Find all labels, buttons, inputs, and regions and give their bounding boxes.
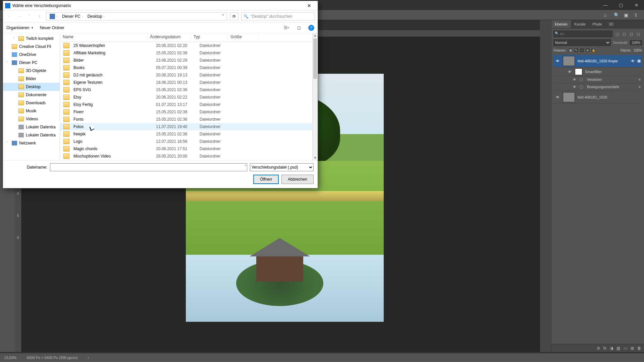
layer-row[interactable]: 👁feld-406181_1920	[553, 91, 642, 104]
panel-footer-icon[interactable]: 🗑	[637, 346, 641, 351]
tree-node[interactable]: Dokumente	[3, 91, 60, 99]
layer-thumb[interactable]	[563, 92, 575, 102]
layer-row[interactable]: 👁Smartfilter	[553, 67, 642, 76]
refresh-icon[interactable]: ⟳	[230, 12, 238, 20]
layer-filter-icon[interactable]: ▢	[629, 31, 634, 37]
expand-icon[interactable]: ˅	[6, 141, 10, 145]
nav-recent-icon[interactable]: ˅	[26, 13, 33, 20]
cancel-button[interactable]: Abbrechen	[281, 175, 314, 184]
search-box[interactable]: 🔍 "Desktop" durchsuchen	[241, 12, 315, 20]
layer-thumb[interactable]	[563, 56, 575, 66]
tree-node[interactable]: Creative Cloud Fil	[3, 43, 60, 51]
col-date[interactable]: Änderungsdatum	[147, 33, 191, 42]
tree-node[interactable]: ˅Dieser PC	[3, 59, 60, 67]
panel-footer-icon[interactable]: ▥	[616, 346, 620, 351]
blend-mode-select[interactable]: Normal	[553, 39, 611, 46]
link-icon[interactable]: 👁	[631, 59, 635, 63]
file-row[interactable]: EPS SVG15.05.2021 02:36Dateiordner	[60, 86, 318, 94]
visibility-icon[interactable]: 👁	[572, 78, 577, 81]
filename-input-wrap[interactable]: ˅	[50, 163, 247, 171]
maximize-icon[interactable]: ▢	[613, 0, 629, 10]
scroll-up-icon[interactable]: ▲	[313, 33, 318, 38]
nav-up-icon[interactable]: ↑	[36, 13, 43, 20]
status-chevron-icon[interactable]: ›	[88, 356, 89, 360]
visibility-icon[interactable]: 👁	[572, 85, 577, 89]
lock-icon[interactable]: ▦	[637, 59, 641, 63]
file-row[interactable]: Affiliate Marketing15.05.2021 02:36Datei…	[60, 49, 318, 57]
layer-row[interactable]: 👁Bewegungsunschärfe≡	[553, 83, 642, 91]
layer-name[interactable]: feld-406181_1920 Kopie	[578, 59, 628, 63]
address-bar[interactable]: › Dieser PC› Desktop› ˅	[46, 12, 227, 20]
layer-row[interactable]: 👁feld-406181_1920 Kopie👁▦	[553, 55, 642, 67]
zoom-level[interactable]: 13,03%	[4, 356, 16, 360]
tree-node[interactable]: Videos	[3, 115, 60, 123]
filename-input[interactable]	[52, 164, 246, 171]
lock-icon[interactable]: ↔	[580, 48, 584, 53]
tree-node[interactable]: 3D-Objekte	[3, 67, 60, 75]
folder-tree[interactable]: ˄Twitch komplettCreative Cloud FilOneDri…	[3, 33, 60, 160]
tree-node[interactable]: Desktop	[3, 83, 60, 91]
visibility-icon[interactable]: 👁	[555, 95, 560, 99]
filter-name[interactable]: Bewegungsunschärfe	[587, 85, 619, 89]
panel-footer-icon[interactable]: fx	[603, 346, 606, 351]
address-dropdown-icon[interactable]: ˅	[222, 14, 225, 19]
col-size[interactable]: Größe	[228, 33, 258, 42]
panel-tab[interactable]: 3D	[605, 20, 617, 28]
tree-node[interactable]: Lokaler Datentra	[3, 131, 60, 139]
tree-node[interactable]: Lokaler Datentra	[3, 123, 60, 131]
file-row[interactable]: Mischoptionen Video29.05.2021 20:00Datei…	[60, 153, 318, 160]
organize-menu[interactable]: Organisieren▼	[6, 25, 34, 30]
help-icon[interactable]: ?	[308, 25, 314, 31]
home-icon[interactable]: ⌂	[604, 12, 609, 18]
scrollbar[interactable]: ▲ ▼	[312, 33, 318, 160]
visibility-icon[interactable]: 👁	[567, 70, 572, 74]
new-folder-button[interactable]: Neuer Ordner	[40, 25, 64, 30]
smart-filters-label[interactable]: Smartfilter	[585, 70, 641, 74]
visibility-icon[interactable]: 👁	[555, 59, 560, 63]
filter-blend-icon[interactable]: ≡	[639, 85, 641, 89]
share-icon[interactable]: ⇪	[634, 12, 639, 18]
tree-node[interactable]: ˄Twitch komplett	[3, 35, 60, 43]
scroll-down-icon[interactable]: ▼	[313, 156, 318, 160]
file-row[interactable]: Eigene Texturen18.06.2021 00:13Dateiordn…	[60, 79, 318, 86]
lock-icon[interactable]: 🔒	[591, 48, 596, 53]
tree-node[interactable]: ˅Netzwerk	[3, 139, 60, 147]
filename-dropdown-icon[interactable]: ˅	[245, 165, 246, 168]
file-row[interactable]: Logo12.07.2021 16:56Dateiordner	[60, 138, 318, 145]
col-name[interactable]: Name	[60, 33, 147, 42]
expand-icon[interactable]: ˅	[6, 61, 10, 64]
view-options-icon[interactable]: ☰▾	[283, 24, 289, 31]
lock-icon[interactable]: ⊕	[585, 48, 590, 53]
filter-blend-icon[interactable]: ≡	[639, 78, 641, 81]
filter-name[interactable]: Versetzen	[587, 78, 602, 81]
collapsed-panel-strip[interactable]	[540, 20, 551, 352]
close-icon[interactable]: ✕	[629, 0, 644, 10]
layer-filter-icon[interactable]: ▢	[636, 31, 641, 37]
opacity-value[interactable]: 100%	[630, 40, 642, 45]
file-row[interactable]: Magic chords20.06.2021 17:51Dateiordner	[60, 145, 318, 153]
file-row[interactable]: DJ mit geräusch20.06.2021 19:13Dateiordn…	[60, 71, 318, 79]
dialog-titlebar[interactable]: Wähle eine Verschiebungsmatrix ✕	[3, 1, 318, 10]
filter-mask-thumb[interactable]	[575, 68, 582, 75]
dialog-close-icon[interactable]: ✕	[303, 2, 316, 10]
tree-node[interactable]: Bilder	[3, 75, 60, 83]
file-row[interactable]: Books05.07.2021 00:39Dateiordner	[60, 64, 318, 71]
lock-icon[interactable]: ✎	[574, 48, 579, 53]
file-row[interactable]: Fiverr15.05.2021 02:36Dateiordner	[60, 108, 318, 116]
open-button[interactable]: Öffnen	[253, 175, 279, 184]
layer-filter-icon[interactable]: ▢	[622, 31, 627, 37]
preview-pane-icon[interactable]: ◫	[296, 24, 302, 31]
nav-forward-icon[interactable]: →	[16, 13, 23, 20]
tree-node[interactable]: Musik	[3, 107, 60, 115]
layer-filter-icon[interactable]: ▢	[643, 31, 644, 37]
nav-back-icon[interactable]: ←	[6, 13, 13, 20]
scroll-thumb[interactable]	[313, 39, 317, 79]
fill-value[interactable]: 100%	[633, 49, 642, 52]
file-row[interactable]: freepik15.05.2021 02:36Dateiordner	[60, 130, 318, 138]
file-row[interactable]: Etsy20.06.2021 02:22Dateiordner	[60, 94, 318, 101]
workspace-icon[interactable]: ▣	[624, 12, 629, 18]
layer-filter-input[interactable]	[553, 31, 612, 37]
panel-tab[interactable]: Pfade	[589, 20, 605, 28]
file-row[interactable]: Etsy Fertig01.07.2021 13:17Dateiordner	[60, 101, 318, 108]
panel-footer-icon[interactable]: ⊘	[597, 346, 600, 351]
